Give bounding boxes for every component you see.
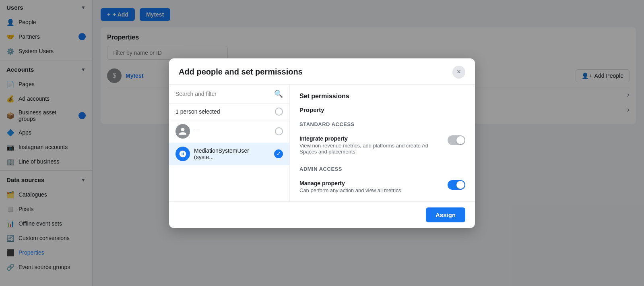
modal: Add people and set permissions × 🔍 1 per… [169,58,475,228]
mediation-user-avatar [175,147,190,161]
mediation-user-check: ✓ [274,149,283,158]
manage-property-toggle[interactable] [448,180,465,190]
user-generic-radio[interactable] [275,127,283,135]
manage-property-desc: Can perform any action and view all metr… [299,187,401,193]
search-icon: 🔍 [274,89,283,98]
manage-toggle-thumb [456,181,464,189]
search-input[interactable] [175,91,271,97]
close-icon: × [457,68,461,76]
modal-left-panel: 🔍 1 person selected — [169,85,290,201]
user-generic-name: — [194,128,271,135]
integrate-toggle-track [448,135,465,145]
modal-body: 🔍 1 person selected — [169,85,475,201]
manage-property-item: Manage property Can perform any action a… [299,180,465,193]
modal-close-button[interactable]: × [452,66,465,79]
modal-title: Add people and set permissions [179,67,303,77]
list-item[interactable]: — [169,120,289,143]
selected-count: 1 person selected [175,108,220,115]
mediation-user-name: MediationSystemUser (syste... [194,147,270,160]
permissions-title: Set permissions [299,93,465,100]
search-box: 🔍 [169,85,289,104]
list-item[interactable]: MediationSystemUser (syste... ✓ [169,143,289,165]
assign-button[interactable]: Assign [426,207,465,222]
integrate-property-desc: View non-revenue metrics, add platforms … [299,143,443,155]
modal-overlay: Add people and set permissions × 🔍 1 per… [0,0,644,286]
user-list: — MediationSystemUser (syste... ✓ [169,120,289,201]
deselect-all-radio[interactable] [275,108,283,116]
admin-access-label: Admin access [299,166,465,172]
manage-property-name: Manage property [299,180,401,187]
property-label: Property [299,106,465,113]
modal-header: Add people and set permissions × [169,58,475,85]
manage-toggle-track [448,180,465,190]
integrate-property-toggle[interactable] [448,135,465,145]
modal-footer: Assign [169,201,475,228]
user-generic-avatar [175,124,190,139]
integrate-property-item: Integrate property View non-revenue metr… [299,135,465,155]
integrate-property-name: Integrate property [299,135,443,142]
modal-right-panel: Set permissions Property Standard access… [290,85,475,201]
standard-access-label: Standard access [299,121,465,127]
integrate-toggle-thumb [456,136,464,144]
selected-count-row: 1 person selected [169,104,289,120]
